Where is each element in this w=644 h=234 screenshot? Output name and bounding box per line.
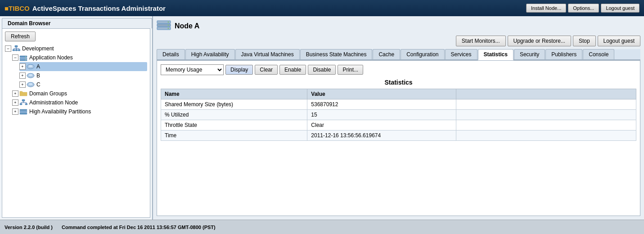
svg-point-34 xyxy=(168,22,169,23)
tree-node-domain-groups: + Domain Groups xyxy=(12,89,147,98)
tab-publishers[interactable]: Publishers xyxy=(545,49,582,59)
disk-a-icon xyxy=(27,63,35,70)
svg-rect-3 xyxy=(18,50,20,51)
node-header: Node A xyxy=(157,20,640,32)
status-version: Version 2.2.0 (build ) xyxy=(5,225,53,230)
print-button[interactable]: Print... xyxy=(338,65,363,75)
domain-groups-label: Domain Groups xyxy=(29,90,67,97)
table-row: Shared Memory Size (bytes)536870912 xyxy=(161,99,636,110)
disable-button[interactable]: Disable xyxy=(308,65,336,75)
cell-extra xyxy=(456,120,636,130)
svg-rect-1 xyxy=(13,50,15,51)
tree-row-app-nodes[interactable]: – Application Nodes xyxy=(12,53,147,62)
app-nodes-icon xyxy=(19,54,27,61)
tree-node-app-nodes: – Application Nodes xyxy=(12,53,147,89)
cell-name: Time xyxy=(161,130,307,141)
ha-label: High Availability Partitions xyxy=(29,108,91,115)
header-buttons: Install Node... Options... Logout guest xyxy=(526,4,639,13)
tree-node-development: – Devel xyxy=(5,44,147,116)
tree-node-admin: + Administrat xyxy=(12,98,147,107)
svg-rect-21 xyxy=(22,99,25,101)
header-logout-button[interactable]: Logout guest xyxy=(601,4,639,13)
tree-row-node-c[interactable]: + C xyxy=(19,80,147,89)
node-b-label: B xyxy=(36,72,40,79)
stats-tbody: Shared Memory Size (bytes)536870912% Uti… xyxy=(161,99,636,141)
tab-services[interactable]: Services xyxy=(445,49,477,59)
cell-extra xyxy=(456,130,636,141)
tab-bsm[interactable]: Business State Machines xyxy=(300,49,373,59)
tree-toggle-ha[interactable]: + xyxy=(12,108,18,115)
tab-console[interactable]: Console xyxy=(583,49,614,59)
clear-button[interactable]: Clear xyxy=(255,65,278,75)
status-bar: Version 2.2.0 (build ) Command completed… xyxy=(0,220,644,234)
tree-node-a: + A xyxy=(19,62,147,71)
domain-browser-tab[interactable]: Domain Browser xyxy=(2,18,152,28)
tree-toggle-admin[interactable]: + xyxy=(12,99,18,106)
sidebar: Domain Browser Refresh – xyxy=(0,16,153,220)
start-monitors-button[interactable]: Start Monitors... xyxy=(456,36,506,46)
svg-point-14 xyxy=(25,60,26,61)
main-layout: Domain Browser Refresh – xyxy=(0,16,644,220)
tree-row-node-b[interactable]: + B xyxy=(19,71,147,80)
options-button[interactable]: Options... xyxy=(568,4,599,13)
tree-toggle-node-a[interactable]: + xyxy=(19,63,26,70)
enable-button[interactable]: Enable xyxy=(279,65,306,75)
stats-panel: Memory UsageCPU UsageThread Usage Displa… xyxy=(157,60,640,216)
upgrade-restore-button[interactable]: Upgrade or Restore... xyxy=(508,36,571,46)
table-row: % Utilized15 xyxy=(161,110,636,120)
app-title: ■TIBCO ActiveSpaces Transactions Adminis… xyxy=(5,4,166,12)
stats-toolbar: Memory UsageCPU UsageThread Usage Displa… xyxy=(161,64,636,75)
app-title-text: ActiveSpaces Transactions Administrator xyxy=(32,4,166,12)
tabs-container: DetailsHigh AvailabilityJava Virtual Mac… xyxy=(157,49,640,60)
tab-security[interactable]: Security xyxy=(514,49,545,59)
development-label: Development xyxy=(22,45,54,52)
tree-node-c: + C xyxy=(19,80,147,89)
tree-toggle-node-c[interactable]: + xyxy=(19,81,26,88)
node-title: Node A xyxy=(175,22,199,30)
tree-node-b: + B xyxy=(19,71,147,80)
stop-button[interactable]: Stop xyxy=(573,36,596,46)
col-extra-header xyxy=(456,89,636,99)
table-row: Time2011-12-16 13:56:56.619674 xyxy=(161,130,636,141)
disk-c-icon xyxy=(27,81,35,88)
svg-rect-28 xyxy=(20,109,27,111)
svg-point-16 xyxy=(28,65,33,68)
svg-point-36 xyxy=(168,28,169,29)
svg-point-12 xyxy=(25,56,26,57)
stats-dropdown[interactable]: Memory UsageCPU UsageThread Usage xyxy=(161,64,224,75)
cell-name: % Utilized xyxy=(161,110,307,120)
tree-row-development[interactable]: – Devel xyxy=(5,44,147,53)
refresh-button[interactable]: Refresh xyxy=(5,32,36,41)
sidebar-content: Refresh – xyxy=(2,28,150,218)
tab-cache[interactable]: Cache xyxy=(373,49,400,59)
tab-jvm[interactable]: Java Virtual Machines xyxy=(235,49,300,59)
tree-row-admin[interactable]: + Administrat xyxy=(12,98,147,107)
tree-row-ha[interactable]: + High Availability Partitions xyxy=(12,107,147,116)
tree-toggle-domain-groups[interactable]: + xyxy=(12,90,18,97)
tree-toggle-node-b[interactable]: + xyxy=(19,72,26,79)
svg-rect-30 xyxy=(20,113,27,114)
table-row: Throttle StateClear xyxy=(161,120,636,130)
tab-high-availability[interactable]: High Availability xyxy=(185,49,235,59)
display-button[interactable]: Display xyxy=(225,65,253,75)
tree-row-node-a[interactable]: + A xyxy=(19,62,147,71)
cell-value: 536870912 xyxy=(307,99,456,110)
tree-toggle-app-nodes[interactable]: – xyxy=(12,54,18,61)
cell-extra xyxy=(456,110,636,120)
svg-point-13 xyxy=(25,58,26,59)
content-logout-button[interactable]: Logout guest xyxy=(598,36,640,46)
tab-configuration[interactable]: Configuration xyxy=(401,49,444,59)
cell-value: Clear xyxy=(307,120,456,130)
tree-row-domain-groups[interactable]: + Domain Groups xyxy=(12,89,147,98)
tab-details[interactable]: Details xyxy=(157,49,185,59)
col-value-header: Value xyxy=(307,89,456,99)
install-node-button[interactable]: Install Node... xyxy=(526,4,566,13)
node-a-label: A xyxy=(36,63,40,70)
stats-title: Statistics xyxy=(161,79,636,86)
svg-point-35 xyxy=(168,25,169,26)
tree-toggle-development[interactable]: – xyxy=(5,45,11,52)
ha-icon xyxy=(19,108,27,115)
cell-name: Shared Memory Size (bytes) xyxy=(161,99,307,110)
folder-icon xyxy=(19,90,27,97)
tab-statistics[interactable]: Statistics xyxy=(478,49,513,60)
